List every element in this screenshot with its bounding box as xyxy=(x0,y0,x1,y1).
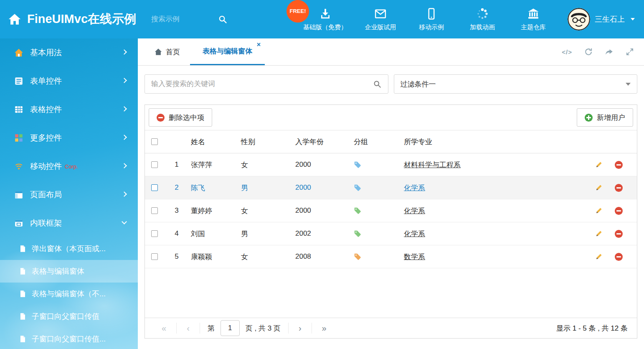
major-link[interactable]: 材料科学与工程系 xyxy=(404,161,461,169)
table-row[interactable]: 3 董婷婷 女 2000 化学系 xyxy=(145,199,637,222)
select-all-checkbox[interactable] xyxy=(151,138,158,145)
first-page-button[interactable]: « xyxy=(152,324,176,332)
major-link[interactable]: 化学系 xyxy=(404,230,425,238)
sidebar-item-form-controls[interactable]: 表单控件 xyxy=(0,67,138,95)
next-page-button[interactable]: › xyxy=(289,324,312,332)
delete-selected-button[interactable]: 删除选中项 xyxy=(149,108,212,127)
code-icon[interactable]: </> xyxy=(562,48,572,56)
sidebar-item-mobile-controls[interactable]: 移动控件 Corp. xyxy=(0,152,138,181)
file-icon xyxy=(19,312,26,321)
tab-grid-edit-window[interactable]: 表格与编辑窗体 × xyxy=(190,38,265,65)
forward-icon[interactable] xyxy=(605,47,614,56)
sidebar-subitem-child-to-parent[interactable]: 子窗口向父窗口传值 xyxy=(0,305,138,328)
chevron-right-icon xyxy=(122,49,127,55)
pagination-bar: « ‹ 第 页 , 共 3 页 › » 显示 1 - 5 条 , 共 12 条 xyxy=(145,318,637,338)
table-row[interactable]: 5 康颖颖 女 2008 数学系 xyxy=(145,245,637,268)
table-row[interactable]: 1 张萍萍 女 2000 材料科学与工程系 xyxy=(145,153,637,176)
tag-icon xyxy=(354,230,361,237)
user-menu[interactable]: 三生石上 xyxy=(568,8,635,31)
signal-icon xyxy=(14,162,23,171)
sidebar-subitem-grid-edit-window-2[interactable]: 表格与编辑窗体（不... xyxy=(0,283,138,305)
search-icon[interactable] xyxy=(373,80,382,89)
major-link[interactable]: 化学系 xyxy=(404,207,425,215)
sidebar-subitem-label: 子窗口向父窗口传值... xyxy=(32,334,106,344)
delete-icon[interactable] xyxy=(615,230,623,238)
tag-icon xyxy=(354,207,361,214)
tab-home[interactable]: 首页 xyxy=(145,38,190,65)
table-row[interactable]: 2 陈飞 男 2000 化学系 xyxy=(145,176,637,199)
filter-dropdown[interactable]: 过滤条件一 xyxy=(394,74,638,94)
sidebar-subitem-popup-window[interactable]: 弹出窗体（本页面或... xyxy=(0,237,138,260)
page-label-before: 第 xyxy=(200,324,216,333)
free-badge: FREE! xyxy=(287,0,309,23)
add-user-button[interactable]: 新增用户 xyxy=(577,108,633,127)
row-checkbox[interactable] xyxy=(151,207,158,214)
nav-theme-store[interactable]: 主题仓库 xyxy=(516,8,551,31)
edit-icon[interactable] xyxy=(595,206,603,215)
home-icon xyxy=(14,48,23,57)
sidebar-item-basic-usage[interactable]: 基本用法 xyxy=(0,38,138,67)
close-icon[interactable]: × xyxy=(257,41,261,48)
edit-icon[interactable] xyxy=(595,229,603,238)
cell-name: 刘国 xyxy=(189,229,239,239)
row-number: 1 xyxy=(164,160,189,169)
row-checkbox[interactable] xyxy=(151,230,158,237)
sidebar-item-iframe[interactable]: 内联框架 xyxy=(0,209,138,237)
sidebar-item-more-controls[interactable]: 更多控件 xyxy=(0,124,138,152)
sidebar-item-grid-controls[interactable]: 表格控件 xyxy=(0,95,138,124)
sidebar-item-page-layout[interactable]: 页面布局 xyxy=(0,181,138,209)
search-icon[interactable] xyxy=(218,15,228,24)
page-number-input[interactable] xyxy=(221,320,240,336)
app-logo[interactable]: FineUIMvc在线示例 xyxy=(8,11,136,28)
major-link[interactable]: 数学系 xyxy=(404,253,425,261)
edit-icon[interactable] xyxy=(595,252,603,261)
nav-label: 移动示例 xyxy=(419,23,444,31)
grid-toolbar: 删除选中项 新增用户 xyxy=(145,105,637,130)
app: FineUIMvc在线示例 FREE! 基础版（免费） 企业版试用 xyxy=(0,0,644,349)
row-checkbox[interactable] xyxy=(151,161,158,168)
expand-icon[interactable] xyxy=(626,48,634,56)
delete-icon[interactable] xyxy=(615,253,623,261)
chevron-down-icon xyxy=(631,18,635,20)
chevron-right-icon xyxy=(122,163,127,168)
column-header-major[interactable]: 所学专业 xyxy=(402,137,587,147)
cell-year: 2000 xyxy=(294,183,352,192)
row-checkbox[interactable] xyxy=(151,184,158,191)
page-label-after: 页 , 共 3 页 xyxy=(244,324,288,333)
row-number: 4 xyxy=(164,229,189,238)
column-header-name[interactable]: 姓名 xyxy=(189,137,239,147)
keyword-search-input[interactable] xyxy=(151,80,373,88)
sidebar-subitem-grid-edit-window[interactable]: 表格与编辑窗体 xyxy=(0,260,138,283)
file-icon xyxy=(19,267,26,275)
nav-mobile-demo[interactable]: 移动示例 xyxy=(414,8,449,31)
chevron-right-icon xyxy=(122,106,127,112)
column-header-group[interactable]: 分组 xyxy=(352,137,402,147)
header-nav: FREE! 基础版（免费） 企业版试用 移动示例 xyxy=(303,8,551,31)
sidebar-item-label: 内联框架 xyxy=(30,218,62,229)
delete-icon[interactable] xyxy=(615,161,623,169)
sidebar-subitem-child-to-parent-2[interactable]: 子窗口向父窗口传值... xyxy=(0,328,138,349)
major-link[interactable]: 化学系 xyxy=(404,184,425,192)
refresh-icon[interactable] xyxy=(584,47,593,56)
edit-icon[interactable] xyxy=(595,160,603,169)
prev-page-button[interactable]: ‹ xyxy=(177,324,200,332)
nav-enterprise-trial[interactable]: 企业版试用 xyxy=(363,8,398,31)
nav-loading-animation[interactable]: 加载动画 xyxy=(465,8,500,31)
last-page-button[interactable]: » xyxy=(312,324,337,332)
delete-icon[interactable] xyxy=(615,184,623,192)
keyword-searchbox xyxy=(145,74,388,94)
edit-icon[interactable] xyxy=(595,183,603,192)
delete-icon[interactable] xyxy=(615,207,623,215)
column-header-gender[interactable]: 性别 xyxy=(239,137,294,147)
filter-row: 过滤条件一 xyxy=(145,74,637,94)
nav-basic-free[interactable]: FREE! 基础版（免费） xyxy=(303,8,347,31)
cell-gender: 女 xyxy=(239,252,294,262)
column-header-year[interactable]: 入学年份 xyxy=(294,137,352,147)
spinner-icon xyxy=(476,8,489,20)
table-row[interactable]: 4 刘国 男 2002 化学系 xyxy=(145,222,637,245)
header-search xyxy=(151,15,241,24)
cell-gender: 女 xyxy=(239,160,294,170)
file-icon xyxy=(19,245,26,253)
row-checkbox[interactable] xyxy=(151,253,158,260)
header-search-input[interactable] xyxy=(151,15,218,23)
